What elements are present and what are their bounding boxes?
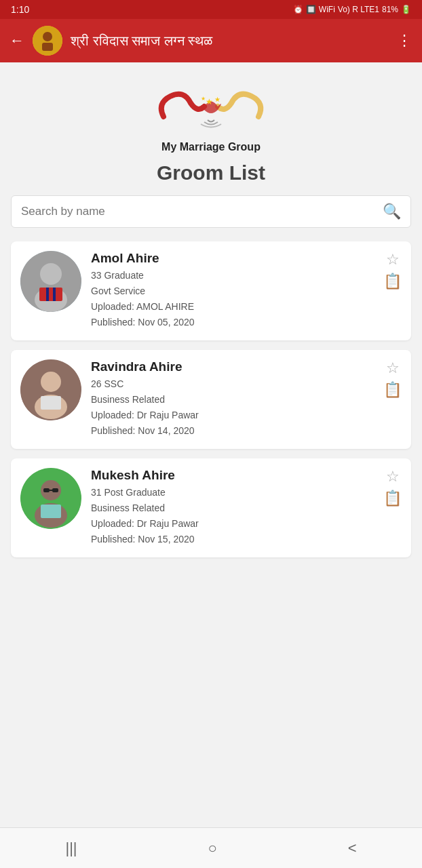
svg-rect-11 — [53, 288, 56, 301]
list-item[interactable]: Mukesh Ahire 31 Post Graduate Business R… — [11, 458, 411, 557]
list-item[interactable]: Amol Ahire 33 Graduate Govt Service Uplo… — [11, 241, 411, 340]
logo-text: My Marriage Group — [161, 141, 261, 153]
groom-age-edu: 26 SSC — [91, 377, 374, 391]
groom-info: Ravindra Ahire 26 SSC Business Related U… — [91, 359, 374, 439]
groom-occupation: Business Related — [91, 501, 374, 515]
logo-area: ★ ★ ★ My Marriage Group — [150, 76, 272, 153]
svg-text:★: ★ — [214, 96, 220, 103]
page-title: Groom List — [157, 161, 265, 184]
signal-text: Vo) R LTE1 — [338, 5, 379, 14]
groom-info: Mukesh Ahire 31 Post Graduate Business R… — [91, 468, 374, 548]
svg-point-1 — [43, 32, 52, 41]
groom-published: Published: Nov 15, 2020 — [91, 532, 374, 547]
bottom-nav: ||| ○ < — [0, 827, 422, 868]
svg-point-7 — [40, 263, 62, 285]
svg-rect-15 — [41, 396, 61, 410]
svg-point-13 — [41, 372, 61, 392]
groom-age-edu: 31 Post Graduate — [91, 486, 374, 500]
alarm-icon: ⏰ — [293, 5, 303, 14]
avatar — [20, 359, 81, 420]
back-nav-button[interactable]: < — [332, 834, 373, 863]
groom-published: Published: Nov 05, 2020 — [91, 315, 374, 330]
groom-published: Published: Nov 14, 2020 — [91, 424, 374, 438]
recent-apps-button[interactable]: ||| — [49, 834, 93, 863]
profile-icon[interactable]: 📋 — [383, 381, 402, 399]
svg-rect-10 — [46, 288, 49, 301]
groom-actions: ☆ 📋 — [383, 359, 402, 399]
groom-info: Amol Ahire 33 Graduate Govt Service Uplo… — [91, 251, 374, 331]
status-icons: ⏰ 🔲 WiFi Vo) R LTE1 81% 🔋 — [293, 5, 411, 14]
groom-actions: ☆ 📋 — [383, 468, 402, 507]
groom-name: Mukesh Ahire — [91, 468, 374, 483]
menu-button[interactable]: ⋮ — [397, 32, 413, 50]
svg-rect-20 — [43, 488, 50, 492]
svg-rect-2 — [42, 43, 53, 51]
star-icon[interactable]: ☆ — [386, 359, 400, 377]
groom-actions: ☆ 📋 — [383, 251, 402, 290]
back-button[interactable]: ← — [9, 32, 24, 50]
svg-rect-9 — [39, 288, 62, 301]
star-icon[interactable]: ☆ — [386, 468, 400, 486]
groom-name: Ravindra Ahire — [91, 359, 374, 374]
profile-icon[interactable]: 📋 — [383, 273, 402, 290]
groom-name: Amol Ahire — [91, 251, 374, 266]
groom-uploaded: Uploaded: Dr Raju Pawar — [91, 408, 374, 422]
battery-text: 81% — [382, 5, 398, 14]
groom-uploaded: Uploaded: Dr Raju Pawar — [91, 517, 374, 531]
star-icon[interactable]: ☆ — [386, 251, 400, 269]
search-icon[interactable]: 🔍 — [383, 203, 401, 220]
avatar — [20, 468, 81, 529]
svg-text:★: ★ — [201, 96, 206, 102]
groom-age-edu: 33 Graduate — [91, 269, 374, 283]
wifi-icon: WiFi — [319, 5, 335, 14]
search-bar: 🔍 — [11, 195, 411, 228]
search-input[interactable] — [21, 205, 383, 218]
sim-icon: 🔲 — [306, 5, 316, 14]
battery-icon: 🔋 — [401, 5, 411, 14]
logo-image: ★ ★ ★ — [150, 76, 272, 137]
avatar — [20, 251, 81, 312]
groom-list: Amol Ahire 33 Graduate Govt Service Uplo… — [11, 241, 411, 557]
list-item[interactable]: Ravindra Ahire 26 SSC Business Related U… — [11, 350, 411, 449]
home-button[interactable]: ○ — [191, 834, 233, 863]
toolbar-avatar — [33, 26, 62, 56]
status-time: 1:10 — [11, 4, 29, 15]
profile-icon[interactable]: 📋 — [383, 490, 402, 507]
status-bar: 1:10 ⏰ 🔲 WiFi Vo) R LTE1 81% 🔋 — [0, 0, 422, 19]
groom-uploaded: Uploaded: AMOL AHIRE — [91, 300, 374, 314]
toolbar-title: श्री रविदास समाज लग्न स्थळ — [71, 33, 389, 49]
main-content: ★ ★ ★ My Marriage Group Groom List 🔍 — [0, 62, 422, 827]
groom-occupation: Business Related — [91, 393, 374, 407]
svg-text:★: ★ — [206, 97, 213, 106]
toolbar: ← श्री रविदास समाज लग्न स्थळ ⋮ — [0, 19, 422, 62]
groom-occupation: Govt Service — [91, 284, 374, 298]
svg-rect-19 — [41, 505, 61, 518]
svg-rect-21 — [52, 488, 58, 492]
